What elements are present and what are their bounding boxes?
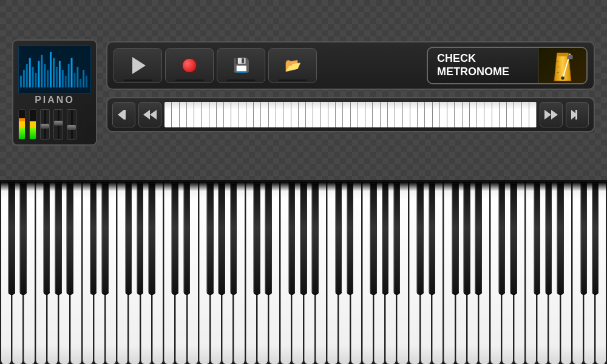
mini-key (306, 102, 313, 127)
mini-key (381, 102, 388, 127)
mini-key (276, 102, 283, 127)
black-key[interactable] (534, 182, 541, 295)
black-key[interactable] (580, 182, 588, 295)
transport-buttons: 💾 📂 (114, 48, 424, 83)
fader-1[interactable] (40, 109, 50, 140)
svg-marker-34 (143, 110, 150, 120)
black-key[interactable] (370, 182, 378, 295)
fader-2[interactable] (53, 109, 63, 140)
skip-right-button[interactable] (566, 102, 589, 127)
open-button[interactable]: 📂 (268, 48, 317, 83)
controls-bar: 💾 📂 CHECK METRONOME (106, 41, 595, 90)
black-key[interactable] (592, 182, 599, 295)
fader-3[interactable] (67, 109, 76, 140)
mini-key (239, 102, 246, 127)
mini-key (321, 102, 328, 127)
metronome-image (538, 48, 586, 83)
black-key[interactable] (8, 182, 15, 295)
fast-forward-icon (544, 110, 558, 120)
svg-rect-15 (62, 70, 64, 87)
black-key[interactable] (498, 182, 506, 295)
metronome-line1: CHECK (437, 52, 529, 66)
save-button[interactable]: 💾 (217, 48, 265, 83)
black-key[interactable] (335, 182, 342, 295)
black-key[interactable] (300, 182, 307, 295)
svg-rect-16 (65, 76, 67, 88)
black-key[interactable] (148, 182, 155, 295)
black-key[interactable] (125, 182, 132, 295)
fast-forward-button[interactable] (540, 102, 563, 127)
svg-rect-4 (29, 58, 31, 88)
mini-key (403, 102, 410, 127)
black-key[interactable] (43, 182, 50, 295)
black-key[interactable] (463, 182, 470, 295)
black-key[interactable] (545, 182, 552, 295)
svg-rect-5 (32, 67, 34, 87)
mini-key (194, 102, 202, 127)
skip-left-button[interactable] (112, 102, 135, 127)
skip-left-icon (118, 110, 130, 120)
level-meter-1 (18, 109, 25, 140)
black-key[interactable] (253, 182, 260, 295)
metronome-button[interactable]: CHECK METRONOME (427, 47, 588, 84)
record-icon (183, 59, 196, 72)
mini-key (202, 102, 209, 127)
black-key[interactable] (393, 182, 401, 295)
black-key[interactable] (20, 182, 27, 295)
black-key[interactable] (90, 182, 97, 295)
black-key[interactable] (452, 182, 459, 295)
svg-rect-17 (68, 64, 70, 87)
mini-key (231, 102, 239, 127)
mini-key (187, 102, 194, 127)
black-key[interactable] (265, 182, 273, 295)
black-key[interactable] (101, 182, 109, 295)
folder-icon: 📂 (285, 58, 301, 73)
play-button[interactable] (114, 48, 162, 83)
mini-key (254, 102, 261, 127)
black-key[interactable] (206, 182, 214, 295)
black-key[interactable] (67, 182, 74, 295)
mini-key (388, 102, 395, 127)
mini-key (217, 102, 224, 127)
black-key[interactable] (137, 182, 144, 295)
mini-key (365, 102, 373, 127)
svg-rect-21 (80, 79, 81, 88)
black-key[interactable] (311, 182, 319, 295)
svg-rect-22 (83, 70, 84, 87)
black-key[interactable] (183, 182, 191, 295)
mini-key (447, 102, 455, 127)
record-button[interactable] (165, 48, 214, 83)
rewind-button[interactable] (138, 102, 161, 127)
black-key[interactable] (347, 182, 354, 295)
black-key[interactable] (557, 182, 564, 295)
mini-key (299, 102, 306, 127)
skip-right-icon (571, 110, 583, 120)
mini-key (358, 102, 365, 127)
mini-keyboard-display (164, 102, 537, 127)
piano-keyboard (0, 182, 607, 364)
faders-row (18, 106, 91, 140)
svg-rect-31 (557, 53, 568, 56)
mini-key (351, 102, 358, 127)
waveform-display (18, 46, 91, 94)
black-key[interactable] (475, 182, 483, 295)
mini-key (507, 102, 514, 127)
svg-rect-20 (76, 67, 78, 87)
black-key[interactable] (288, 182, 296, 295)
black-key[interactable] (55, 182, 62, 295)
black-key[interactable] (382, 182, 389, 295)
mini-key (529, 102, 537, 127)
black-key[interactable] (510, 182, 517, 295)
black-key[interactable] (172, 182, 179, 295)
black-key[interactable] (417, 182, 424, 295)
piano-text-label: PIANO (35, 95, 75, 106)
svg-rect-14 (59, 61, 61, 87)
mini-key (395, 102, 402, 127)
svg-rect-19 (73, 73, 75, 87)
mini-key (164, 102, 172, 127)
mini-key (373, 102, 380, 127)
black-key[interactable] (219, 182, 226, 295)
black-key[interactable] (230, 182, 237, 295)
metronome-line2: METRONOME (437, 66, 529, 79)
black-key[interactable] (429, 182, 436, 295)
